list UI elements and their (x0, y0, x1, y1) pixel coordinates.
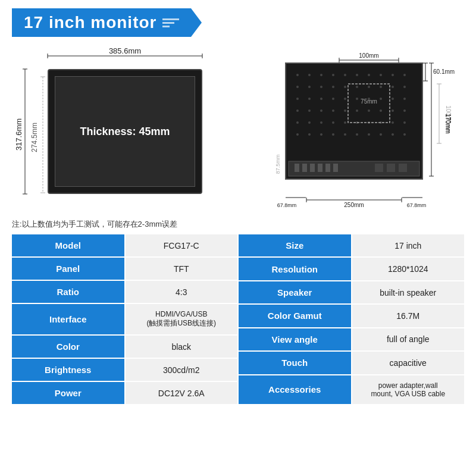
spec-label-left-0: Model (12, 234, 124, 256)
svg-point-61 (344, 121, 346, 124)
svg-point-28 (308, 86, 311, 88)
svg-point-45 (392, 98, 394, 100)
svg-point-41 (344, 98, 346, 100)
spec-value-left-3: HDMI/VGA/USB (触摸需插USB线连接) (126, 304, 238, 334)
spec-value-left-0: FCG17-C (126, 234, 238, 256)
svg-point-20 (332, 74, 334, 76)
svg-text:67.8mm: 67.8mm (277, 202, 297, 208)
svg-rect-85 (387, 164, 395, 172)
thickness-label: Thickness: 45mm (80, 126, 170, 138)
header-decoration (162, 18, 179, 27)
svg-point-60 (332, 121, 334, 124)
spec-value-left-5: 300cd/m2 (126, 359, 238, 381)
front-diagram: 385.6mm 342mm 317.6mm 274.5mm Thickness:… (12, 45, 244, 212)
svg-point-57 (296, 121, 299, 124)
spec-label-right-2: Speaker (239, 281, 351, 303)
svg-point-30 (332, 86, 334, 88)
svg-point-69 (320, 133, 322, 136)
svg-text:274.5mm: 274.5mm (30, 123, 39, 152)
svg-point-48 (308, 109, 311, 112)
spec-label-right-1: Resolution (239, 258, 351, 280)
header-banner: 17 inch monitor (12, 8, 191, 37)
spec-value-right-2: built-in speaker (352, 281, 465, 303)
specs-table: ModelFCG17-CPanelTFTRatio4:3InterfaceHDM… (12, 234, 464, 404)
spec-value-right-3: 16.7M (352, 305, 465, 327)
svg-text:250mm: 250mm (344, 202, 364, 208)
svg-rect-83 (333, 164, 338, 172)
svg-point-32 (356, 86, 358, 88)
svg-rect-82 (325, 164, 330, 172)
spec-label-right-0: Size (239, 234, 351, 256)
spec-label-right-5: Touch (239, 352, 351, 374)
svg-text:317.6mm: 317.6mm (14, 118, 23, 151)
svg-text:100mm: 100mm (359, 52, 378, 59)
svg-point-70 (332, 133, 334, 136)
spec-value-right-4: full of angle (352, 328, 465, 350)
spec-label-left-5: Brightness (12, 359, 124, 381)
svg-point-26 (403, 74, 406, 76)
svg-rect-84 (375, 164, 383, 172)
spec-value-left-6: DC12V 2.6A (126, 382, 238, 404)
svg-text:385.6mm: 385.6mm (109, 46, 141, 55)
svg-point-27 (296, 86, 299, 88)
svg-point-42 (356, 98, 358, 100)
spec-label-left-1: Panel (12, 258, 124, 280)
monitor-screen: Thickness: 45mm (55, 76, 195, 187)
svg-rect-79 (302, 164, 307, 172)
svg-point-40 (332, 98, 334, 100)
spec-label-left-3: Interface (12, 304, 124, 334)
svg-text:75mm: 75mm (361, 98, 377, 105)
svg-point-58 (308, 121, 311, 124)
svg-point-36 (403, 86, 406, 88)
spec-value-right-0: 17 inch (352, 234, 465, 256)
svg-point-59 (320, 121, 322, 124)
svg-point-37 (296, 98, 299, 100)
dimensions-section: 385.6mm 342mm 317.6mm 274.5mm Thickness:… (0, 45, 476, 212)
spec-value-right-5: capacitive (352, 352, 465, 374)
svg-text:87.5mm: 87.5mm (275, 155, 281, 174)
svg-point-54 (380, 109, 382, 112)
svg-point-29 (320, 86, 322, 88)
svg-point-49 (320, 109, 322, 112)
svg-point-44 (380, 98, 382, 100)
svg-point-25 (392, 74, 394, 76)
svg-point-34 (380, 86, 382, 88)
svg-point-68 (308, 133, 311, 136)
svg-point-55 (392, 109, 394, 112)
svg-point-50 (332, 109, 334, 112)
svg-point-53 (368, 109, 370, 112)
svg-point-33 (368, 86, 370, 88)
specs-right: Size17 inchResolution1280*1024Speakerbui… (239, 234, 464, 404)
svg-point-35 (392, 86, 394, 88)
spec-label-right-4: View angle (239, 328, 351, 350)
specs-left: ModelFCG17-CPanelTFTRatio4:3InterfaceHDM… (12, 234, 237, 404)
svg-rect-81 (318, 164, 322, 172)
spec-label-left-2: Ratio (12, 281, 124, 303)
svg-text:67.8mm: 67.8mm (407, 202, 427, 208)
svg-text:60.1mm: 60.1mm (433, 68, 455, 75)
svg-point-75 (392, 133, 394, 136)
spec-label-right-3: Color Gamut (239, 305, 351, 327)
svg-point-24 (380, 74, 382, 76)
svg-point-46 (403, 98, 406, 100)
svg-point-71 (344, 133, 346, 136)
svg-point-19 (320, 74, 322, 76)
back-diagram: 60.1mm 100mm 75mm 170mm 170mm 100mm (256, 45, 458, 212)
svg-rect-80 (310, 164, 315, 172)
svg-point-23 (368, 74, 370, 76)
svg-point-56 (403, 109, 406, 112)
svg-point-74 (380, 133, 382, 136)
svg-point-22 (356, 74, 358, 76)
svg-point-76 (403, 133, 406, 136)
back-dimension-svg: 60.1mm 100mm 75mm 170mm 170mm 100mm (256, 45, 458, 212)
svg-point-18 (308, 74, 311, 76)
header-title: 17 inch monitor (24, 13, 156, 32)
svg-point-73 (368, 133, 370, 136)
svg-point-65 (392, 121, 394, 124)
svg-point-51 (344, 109, 346, 112)
spec-value-left-4: black (126, 336, 238, 358)
svg-point-39 (320, 98, 322, 100)
svg-point-47 (296, 109, 299, 112)
spec-value-right-1: 1280*1024 (352, 258, 465, 280)
spec-label-right-6: Accessories (239, 375, 351, 404)
